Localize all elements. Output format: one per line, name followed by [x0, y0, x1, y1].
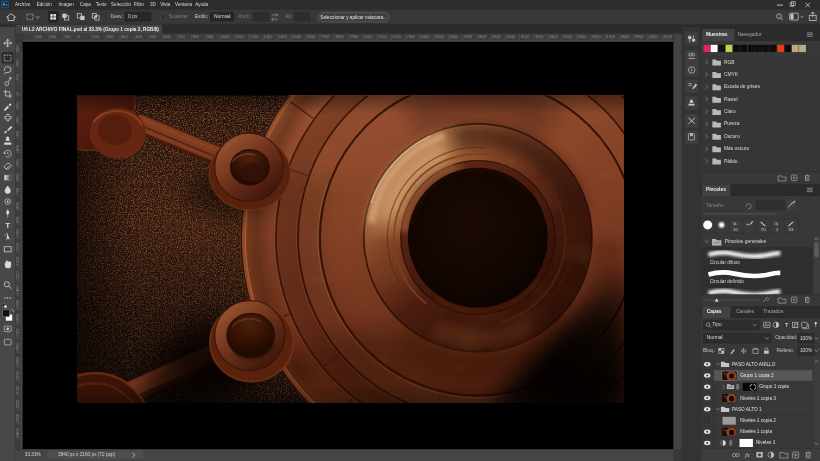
svg-text:1400: 1400 — [16, 286, 20, 295]
svg-text:2400: 2400 — [16, 428, 20, 437]
svg-text:2500: 2500 — [435, 35, 444, 39]
svg-text:400: 400 — [135, 35, 141, 39]
svg-text:3100: 3100 — [521, 35, 530, 39]
svg-text:2100: 2100 — [16, 385, 20, 394]
svg-text:1100: 1100 — [16, 243, 20, 251]
svg-text:1900: 1900 — [349, 35, 358, 39]
svg-text:3800: 3800 — [621, 35, 630, 39]
svg-text:1300: 1300 — [264, 35, 273, 39]
svg-text:3900: 3900 — [635, 35, 644, 39]
svg-text:200: 200 — [50, 35, 56, 39]
svg-text:800: 800 — [193, 35, 199, 39]
svg-text:800: 800 — [16, 202, 20, 208]
svg-text:300: 300 — [36, 35, 42, 39]
svg-text:2100: 2100 — [378, 35, 387, 39]
svg-text:100: 100 — [16, 102, 20, 108]
svg-text:1000: 1000 — [16, 229, 20, 238]
svg-text:1800: 1800 — [335, 35, 344, 39]
svg-text:0: 0 — [16, 92, 20, 94]
svg-text:2200: 2200 — [16, 400, 20, 409]
svg-text:4000: 4000 — [649, 35, 658, 39]
svg-text:1600: 1600 — [307, 35, 316, 39]
svg-text:1400: 1400 — [278, 35, 287, 39]
svg-text:900: 900 — [16, 217, 20, 223]
svg-text:1700: 1700 — [16, 328, 20, 337]
svg-text:3500: 3500 — [578, 35, 587, 39]
svg-text:300: 300 — [16, 131, 20, 137]
svg-text:600: 600 — [164, 35, 170, 39]
svg-text:T: T — [785, 322, 789, 328]
svg-text:4100: 4100 — [663, 35, 672, 39]
svg-text:1200: 1200 — [250, 35, 259, 39]
svg-text:1500: 1500 — [292, 35, 301, 39]
svg-text:900: 900 — [207, 35, 213, 39]
svg-text:500: 500 — [150, 35, 156, 39]
svg-text:2300: 2300 — [407, 35, 416, 39]
svg-text:300: 300 — [16, 45, 20, 51]
svg-text:500: 500 — [16, 159, 20, 165]
svg-text:3300: 3300 — [549, 35, 558, 39]
svg-text:2700: 2700 — [464, 35, 473, 39]
svg-text:200: 200 — [16, 60, 20, 66]
svg-text:2: 2 — [776, 227, 779, 232]
svg-text:2300: 2300 — [16, 414, 20, 423]
svg-text:600: 600 — [16, 174, 20, 180]
svg-text:70: 70 — [761, 227, 766, 232]
svg-text:2400: 2400 — [421, 35, 430, 39]
svg-text:3600: 3600 — [592, 35, 601, 39]
svg-text:2800: 2800 — [478, 35, 487, 39]
svg-text:1800: 1800 — [16, 343, 20, 352]
svg-text:700: 700 — [178, 35, 184, 39]
svg-text:100: 100 — [93, 35, 99, 39]
svg-text:300: 300 — [121, 35, 127, 39]
svg-text:2900: 2900 — [492, 35, 501, 39]
svg-text:33: 33 — [789, 227, 794, 232]
svg-text:200: 200 — [16, 117, 20, 123]
svg-text:2200: 2200 — [392, 35, 401, 39]
svg-text:10: 10 — [733, 227, 738, 232]
svg-text:1900: 1900 — [16, 357, 20, 366]
svg-text:3400: 3400 — [563, 35, 572, 39]
svg-text:1200: 1200 — [16, 257, 20, 266]
svg-text:100: 100 — [64, 35, 70, 39]
svg-text:700: 700 — [16, 188, 20, 194]
svg-text:2000: 2000 — [364, 35, 373, 39]
svg-text:200: 200 — [107, 35, 113, 39]
svg-text:1600: 1600 — [16, 314, 20, 323]
svg-text:400: 400 — [16, 145, 20, 151]
svg-text:fx: fx — [745, 452, 750, 458]
svg-text:100: 100 — [16, 74, 20, 80]
svg-text:1100: 1100 — [235, 35, 243, 39]
svg-text:2600: 2600 — [449, 35, 458, 39]
svg-text:1700: 1700 — [321, 35, 330, 39]
svg-text:3700: 3700 — [606, 35, 615, 39]
svg-text:0: 0 — [78, 35, 80, 39]
svg-text:3000: 3000 — [506, 35, 515, 39]
svg-text:3200: 3200 — [535, 35, 544, 39]
svg-text:1500: 1500 — [16, 300, 20, 309]
svg-text:2000: 2000 — [16, 371, 20, 380]
svg-text:1300: 1300 — [16, 271, 20, 280]
svg-text:1000: 1000 — [221, 35, 230, 39]
